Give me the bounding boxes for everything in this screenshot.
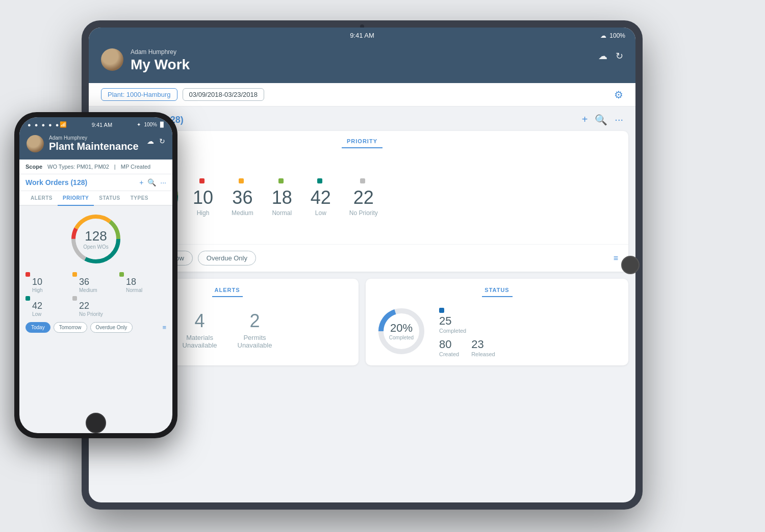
phone-tabs: ALERTS PRIORITY STATUS TYPES bbox=[19, 191, 172, 206]
plant-filter-chip[interactable]: Plant: 1000-Hamburg bbox=[101, 88, 177, 101]
stat-no-priority: 22 No Priority bbox=[349, 176, 378, 217]
phone-filter-adjust-icon[interactable]: ≡ bbox=[162, 324, 166, 331]
date-filter-chip[interactable]: 03/09/2018-03/23/2018 bbox=[183, 88, 264, 101]
scene: 9:41 AM ☁ 100% Adam Humphrey My Work bbox=[0, 0, 765, 532]
scope-mp: MP Created bbox=[121, 164, 151, 170]
phone-right-status: ✦ 100% ▉ bbox=[137, 122, 164, 127]
phone-stat-medium: 36 Medium bbox=[72, 272, 119, 293]
cloud-icon: ☁ bbox=[600, 32, 606, 39]
phone-wo-icons: + 🔍 ··· bbox=[139, 178, 166, 187]
status-content: 20% Completed 25 Completed bbox=[376, 305, 618, 357]
search-icon[interactable]: 🔍 bbox=[595, 114, 607, 126]
scope-row: Scope WO Types: PM01, PM02 | MP Created bbox=[26, 164, 166, 170]
phone-medium-label: Medium bbox=[79, 287, 119, 293]
phone-high-dot bbox=[26, 272, 30, 277]
phone-stat-high-row bbox=[26, 272, 72, 277]
settings-icon[interactable]: ⚙ bbox=[614, 89, 623, 101]
phone-stats-grid: 10 High 36 Medium 18 bbox=[26, 272, 166, 317]
tab-alerts[interactable]: ALERTS bbox=[26, 191, 58, 206]
phone-donut-chart: 128 Open WOs bbox=[68, 211, 124, 267]
more-options-icon[interactable]: ··· bbox=[615, 114, 623, 126]
normal-dot bbox=[278, 178, 284, 183]
phone-normal-dot bbox=[119, 272, 124, 277]
materials-unavailable: 4 MaterialsUnavailable bbox=[183, 310, 217, 349]
phone-no-priority-label: No Priority bbox=[79, 311, 119, 317]
high-number: 10 bbox=[193, 187, 213, 208]
phone-open-wo-label: Open WOs bbox=[83, 244, 108, 250]
avatar-image bbox=[101, 48, 123, 71]
low-label: Low bbox=[311, 209, 331, 217]
permits-label: PermitsUnavailable bbox=[238, 334, 272, 349]
released-stat: 23 Released bbox=[471, 338, 495, 357]
status-card: STATUS 20% Co bbox=[366, 279, 628, 365]
tablet-section-actions: + 🔍 ··· bbox=[582, 114, 623, 126]
completed-number: 25 bbox=[439, 314, 495, 328]
tablet-priority-stats: 10 10 High 36 Medium 18 bbox=[193, 176, 613, 217]
tablet-time: 9:41 AM bbox=[350, 32, 374, 39]
phone-stat-normal-row bbox=[119, 272, 166, 277]
created-number: 80 bbox=[439, 338, 459, 351]
battery-indicator: 100% bbox=[609, 32, 625, 39]
phone-content: 128 Open WOs 10 High bbox=[19, 206, 172, 338]
phone-header-text: Adam Humphrey Plant Maintenance bbox=[49, 135, 139, 152]
tablet-filter-bar: Plant: 1000-Hamburg 03/09/2018-03/23/201… bbox=[89, 83, 635, 107]
overdue-filter-btn[interactable]: Overdue Only bbox=[198, 251, 256, 265]
phone-medium-number: 36 bbox=[79, 277, 119, 287]
no-priority-number: 22 bbox=[349, 187, 378, 208]
phone-today-btn[interactable]: Today bbox=[26, 322, 50, 333]
phone-avatar bbox=[27, 135, 44, 152]
cloud-sync-icon[interactable]: ☁ bbox=[598, 50, 607, 62]
phone-overdue-btn[interactable]: Overdue Only bbox=[90, 322, 133, 333]
phone-refresh-icon[interactable]: ↻ bbox=[159, 137, 165, 145]
priority-tab-label[interactable]: PRIORITY bbox=[342, 131, 382, 148]
tablet-page-title: My Work bbox=[131, 57, 190, 73]
phone-header: Adam Humphrey Plant Maintenance ☁ ↻ bbox=[19, 132, 172, 159]
tab-types[interactable]: TYPES bbox=[125, 191, 154, 206]
phone-donut-center: 128 Open WOs bbox=[83, 228, 108, 250]
medium-dot bbox=[239, 178, 244, 183]
filter-adjust-icon[interactable]: ≡ bbox=[614, 254, 618, 263]
phone-cloud-icon[interactable]: ☁ bbox=[147, 137, 154, 145]
high-dot bbox=[199, 178, 205, 183]
status-tab-label[interactable]: STATUS bbox=[482, 287, 513, 297]
phone-home-button[interactable] bbox=[86, 413, 106, 433]
phone-filter-buttons: Today Tomorrow Overdue Only ≡ bbox=[26, 322, 166, 333]
released-number: 23 bbox=[471, 338, 495, 351]
phone-stat-low: 42 Low bbox=[26, 296, 72, 317]
tablet-home-button[interactable] bbox=[621, 256, 640, 274]
phone-normal-number: 18 bbox=[126, 277, 166, 287]
phone-status-bar: ● ● ● ● ● 📶 9:41 AM ✦ 100% ▉ bbox=[19, 117, 172, 132]
scope-divider: | bbox=[114, 164, 116, 170]
normal-label: Normal bbox=[272, 209, 292, 217]
created-released-row: 80 Created 23 Released bbox=[439, 338, 495, 357]
tablet-header-text: Adam Humphrey My Work bbox=[131, 48, 190, 73]
permits-count: 2 bbox=[238, 310, 272, 332]
permits-unavailable: 2 PermitsUnavailable bbox=[238, 310, 272, 349]
completion-pct: 20% bbox=[390, 322, 413, 334]
phone-stat-low-row bbox=[26, 296, 72, 301]
phone-add-icon[interactable]: + bbox=[139, 178, 143, 187]
stat-high: 10 10 High bbox=[193, 176, 213, 217]
refresh-icon[interactable]: ↻ bbox=[616, 50, 623, 62]
phone-tomorrow-btn[interactable]: Tomorrow bbox=[54, 322, 87, 333]
phone-time: 9:41 AM bbox=[67, 122, 137, 128]
phone-more-icon[interactable]: ··· bbox=[160, 178, 166, 187]
phone-low-label: Low bbox=[32, 311, 72, 317]
add-icon[interactable]: + bbox=[582, 114, 588, 126]
phone-stat-normal: 18 Normal bbox=[119, 272, 166, 293]
created-stat: 80 Created bbox=[439, 338, 459, 357]
tablet-header: Adam Humphrey My Work ☁ ↻ bbox=[89, 43, 635, 83]
tab-priority[interactable]: PRIORITY bbox=[58, 191, 94, 206]
status-donut-chart: 20% Completed bbox=[376, 306, 427, 357]
tablet-header-left: Adam Humphrey My Work bbox=[101, 48, 190, 73]
status-donut-center: 20% Completed bbox=[389, 323, 414, 340]
tab-status[interactable]: STATUS bbox=[94, 191, 125, 206]
phone-header-left: Adam Humphrey Plant Maintenance bbox=[27, 135, 139, 152]
scope-wo-types: WO Types: PM01, PM02 bbox=[47, 164, 109, 170]
alerts-tab-label[interactable]: ALERTS bbox=[212, 287, 243, 297]
phone-search-icon[interactable]: 🔍 bbox=[147, 178, 156, 187]
no-priority-label: No Priority bbox=[349, 209, 378, 217]
low-number: 42 bbox=[311, 187, 331, 208]
completed-dot bbox=[439, 308, 444, 313]
low-dot bbox=[317, 178, 322, 183]
